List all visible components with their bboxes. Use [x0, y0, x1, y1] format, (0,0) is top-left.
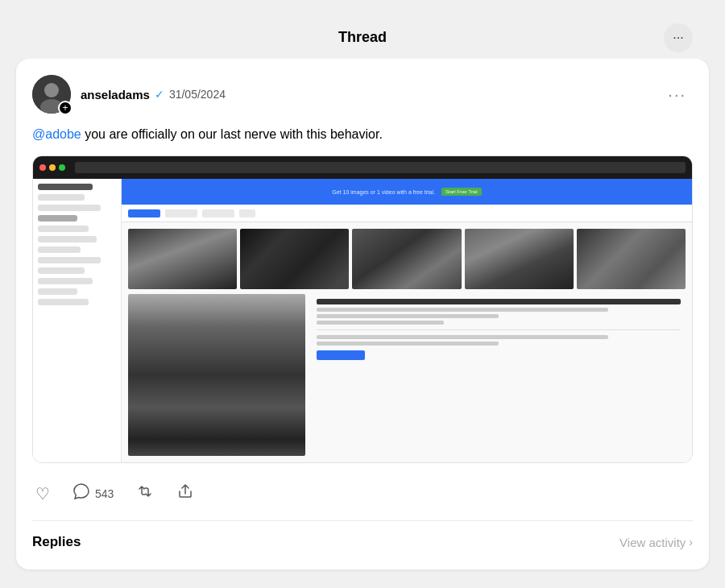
mockup-sidebar	[33, 179, 122, 462]
repost-icon	[136, 482, 154, 504]
add-icon: +	[62, 103, 68, 113]
mockup-toolbar	[122, 205, 692, 222]
header-more-icon: ···	[673, 31, 683, 45]
mockup-detail-row	[128, 294, 686, 456]
mockup-detail-line-5	[317, 342, 499, 346]
replies-row: Replies View activity ›	[32, 534, 693, 553]
mention-link[interactable]: @adobe	[32, 127, 81, 141]
mockup-tag-1	[165, 209, 197, 217]
app-container: Thread ··· +	[16, 16, 709, 588]
sidebar-item-5	[38, 236, 97, 242]
sidebar-item-6	[38, 246, 81, 253]
post-image: Get 10 images or 1 video with a free tri…	[32, 155, 693, 463]
comment-button[interactable]: 543	[69, 479, 117, 507]
mockup-content: Get 10 images or 1 video with a free tri…	[33, 179, 692, 462]
mockup-download-button	[317, 350, 365, 360]
post-header: + anseladams ✓ 31/05/2024 ···	[32, 75, 693, 114]
mockup-thumb-1	[128, 229, 237, 289]
browser-dot-close	[39, 164, 46, 171]
screenshot-mockup: Get 10 images or 1 video with a free tri…	[33, 156, 692, 462]
sidebar-item-11	[38, 299, 89, 305]
avatar-container: +	[32, 75, 71, 114]
sidebar-search	[38, 184, 93, 190]
mockup-detail-info	[312, 294, 686, 456]
post-date: 31/05/2024	[169, 88, 226, 101]
chevron-right-icon: ›	[689, 536, 693, 549]
post-more-icon: ···	[668, 85, 686, 103]
like-icon: ♡	[35, 484, 50, 503]
repost-button[interactable]	[133, 479, 157, 507]
comment-icon	[72, 482, 90, 504]
sidebar-item-10	[38, 288, 77, 295]
browser-dot-expand	[59, 164, 65, 171]
mockup-detail-line-3	[317, 321, 444, 325]
mockup-divider	[317, 329, 681, 330]
mockup-tag-2	[202, 209, 234, 217]
mockup-thumb-2	[240, 229, 349, 289]
mockup-detail-line-2	[317, 314, 499, 318]
post-more-button[interactable]: ···	[661, 82, 693, 107]
sidebar-item-2	[38, 205, 101, 211]
sidebar-item-4	[38, 226, 89, 232]
comment-count: 543	[95, 487, 114, 500]
mockup-main-area: Get 10 images or 1 video with a free tri…	[122, 179, 692, 462]
follow-add-button[interactable]: +	[58, 101, 72, 115]
post-text: @adobe you are officially on our last ne…	[32, 125, 693, 144]
mockup-thumbnail-row	[128, 229, 686, 289]
mockup-thumb-4	[465, 229, 574, 289]
mockup-tag-active	[128, 209, 160, 217]
mockup-detail-title	[317, 299, 681, 304]
view-activity-label: View activity	[619, 536, 686, 549]
sidebar-item-8	[38, 267, 85, 274]
verified-icon: ✓	[155, 88, 164, 101]
user-info: anseladams ✓ 31/05/2024	[81, 88, 226, 101]
mockup-banner: Get 10 images or 1 video with a free tri…	[122, 179, 692, 205]
actions-row: ♡ 543	[32, 476, 693, 520]
sidebar-item-7	[38, 257, 101, 263]
post-text-suffix: you are officially on our last nerve wit…	[81, 127, 383, 141]
divider	[32, 520, 693, 521]
mockup-thumb-3	[352, 229, 461, 289]
mockup-banner-button: Start Free Trial	[441, 188, 482, 196]
mockup-tag-3	[239, 209, 255, 217]
mockup-detail-image	[128, 294, 305, 456]
username: anseladams	[81, 88, 150, 101]
share-button[interactable]	[173, 479, 197, 507]
post-header-left: + anseladams ✓ 31/05/2024	[32, 75, 226, 114]
browser-dot-minimize	[49, 164, 56, 171]
mockup-thumb-5	[577, 229, 686, 289]
header: Thread ···	[16, 16, 709, 59]
post-card: + anseladams ✓ 31/05/2024 ··· @adobe you…	[16, 59, 709, 569]
mockup-detail-line-1	[317, 308, 608, 312]
mockup-detail-line-4	[317, 335, 608, 339]
mockup-browser-bar	[33, 156, 692, 179]
svg-point-1	[44, 83, 59, 97]
like-button[interactable]: ♡	[32, 481, 53, 507]
mockup-banner-text: Get 10 images or 1 video with a free tri…	[332, 189, 435, 195]
replies-title: Replies	[32, 534, 81, 550]
user-info-row: anseladams ✓ 31/05/2024	[81, 88, 226, 101]
header-more-button[interactable]: ···	[664, 23, 693, 52]
share-icon	[176, 482, 194, 504]
address-bar	[75, 162, 686, 173]
sidebar-item-1	[38, 194, 85, 201]
mockup-images-area	[122, 222, 692, 462]
sidebar-item-9	[38, 278, 93, 284]
page-title: Thread	[338, 29, 387, 46]
view-activity-button[interactable]: View activity ›	[619, 536, 693, 549]
sidebar-item-3	[38, 215, 77, 222]
